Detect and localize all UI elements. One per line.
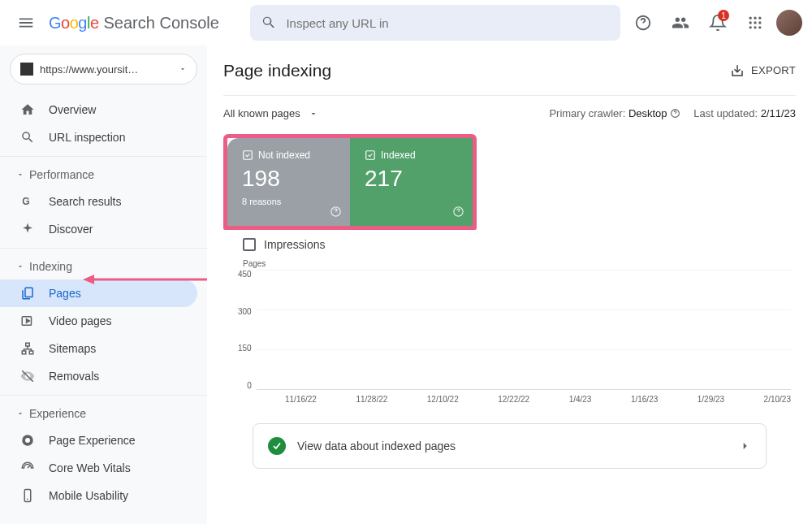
nav-url-inspection[interactable]: URL inspection — [0, 123, 197, 151]
impressions-checkbox[interactable] — [243, 238, 256, 251]
nav-indexing-heading[interactable]: Indexing — [0, 253, 207, 279]
circle-icon — [19, 432, 36, 448]
svg-point-7 — [749, 26, 752, 28]
indexed-card[interactable]: Indexed 217 — [350, 138, 473, 226]
help-icon[interactable] — [670, 108, 680, 119]
view-data-label: View data about indexed pages — [297, 440, 727, 453]
discover-icon — [19, 221, 36, 237]
svg-rect-22 — [244, 151, 253, 160]
not-indexed-reasons: 8 reasons — [242, 197, 335, 206]
search-input[interactable] — [286, 16, 609, 30]
nav-discover[interactable]: Discover — [0, 215, 197, 243]
nav-label: Search results — [49, 195, 121, 208]
impressions-label: Impressions — [264, 238, 325, 251]
product-name: Search Console — [104, 14, 219, 32]
nav-label: Video pages — [49, 314, 112, 327]
notifications-button[interactable]: 1 — [702, 6, 734, 39]
nav-search-results[interactable]: G Search results — [0, 188, 197, 215]
nav-pages[interactable]: Pages — [0, 279, 197, 307]
chevron-down-icon — [16, 262, 24, 271]
speed-icon — [19, 460, 36, 476]
search-icon — [19, 129, 36, 145]
svg-point-2 — [754, 17, 756, 19]
svg-text:G: G — [22, 196, 29, 207]
nav-mobile-usability[interactable]: Mobile Usability — [0, 482, 197, 509]
nav-label: Sitemaps — [49, 342, 96, 355]
nav-sitemaps[interactable]: Sitemaps — [0, 335, 197, 362]
svg-point-5 — [754, 21, 756, 24]
y-axis: 4503001500 — [238, 270, 257, 390]
nav-video-pages[interactable]: Video pages — [0, 307, 197, 335]
apps-button[interactable] — [739, 6, 771, 39]
svg-point-4 — [749, 21, 752, 24]
checkbox-checked-icon — [365, 149, 376, 161]
indexed-count: 217 — [365, 166, 458, 192]
nav-experience-heading[interactable]: Experience — [0, 401, 207, 427]
property-selector[interactable]: https://www.yoursit… — [10, 54, 197, 84]
index-summary-cards: Not indexed 198 8 reasons Indexed 217 — [223, 134, 477, 230]
page-title: Page indexing — [223, 61, 331, 80]
account-avatar[interactable] — [776, 10, 802, 36]
nav-label: Pages — [49, 287, 81, 300]
people-button[interactable] — [664, 6, 697, 39]
svg-point-3 — [758, 17, 761, 19]
video-icon — [19, 313, 36, 329]
chart-bars-area — [257, 270, 791, 390]
sidebar: https://www.yoursit… Overview URL inspec… — [0, 45, 207, 524]
svg-point-9 — [758, 26, 761, 28]
chevron-down-icon — [16, 409, 24, 418]
svg-point-17 — [25, 438, 30, 443]
chevron-down-icon — [309, 109, 318, 119]
download-icon — [730, 63, 745, 78]
chevron-down-icon — [16, 171, 24, 179]
check-circle-icon — [268, 437, 286, 455]
nav-page-experience[interactable]: Page Experience — [0, 427, 197, 454]
help-icon[interactable] — [452, 206, 464, 218]
indexing-chart: Pages 4503001500 11/16/2211/28/2212/10/2… — [223, 256, 796, 404]
nav-core-web-vitals[interactable]: Core Web Vitals — [0, 454, 197, 482]
view-indexed-data-card[interactable]: View data about indexed pages — [253, 423, 767, 469]
nav-label: Core Web Vitals — [49, 461, 131, 474]
nav-label: Page Experience — [49, 434, 136, 447]
nav-performance-heading[interactable]: Performance — [0, 162, 207, 188]
x-axis: 11/16/2211/28/2212/10/2212/22/221/4/231/… — [238, 390, 791, 404]
svg-rect-24 — [366, 151, 375, 160]
checkbox-checked-icon — [242, 149, 253, 161]
notification-badge: 1 — [718, 10, 729, 21]
nav-label: Discover — [49, 223, 93, 236]
svg-rect-13 — [26, 343, 30, 346]
not-indexed-count: 198 — [242, 166, 335, 192]
property-favicon — [20, 63, 33, 76]
nav-overview[interactable]: Overview — [0, 96, 197, 123]
sitemap-icon — [19, 340, 36, 357]
primary-crawler: Primary crawler: Desktop — [549, 107, 680, 119]
pages-icon — [19, 285, 36, 301]
home-icon — [19, 102, 36, 118]
nav-label: URL inspection — [49, 131, 125, 144]
last-updated: Last updated: 2/11/23 — [693, 107, 796, 119]
svg-rect-14 — [22, 351, 26, 354]
property-url: https://www.yoursit… — [40, 63, 172, 76]
search-icon — [261, 15, 277, 31]
google-logo[interactable]: Google Search Console — [49, 14, 219, 32]
export-button[interactable]: EXPORT — [730, 63, 796, 78]
menu-button[interactable] — [10, 6, 42, 39]
help-icon[interactable] — [330, 206, 342, 218]
help-button[interactable] — [627, 6, 659, 39]
chevron-right-icon — [738, 440, 751, 453]
main-content: Page indexing EXPORT All known pages Pri… — [207, 45, 812, 524]
svg-rect-15 — [29, 351, 33, 354]
not-indexed-card[interactable]: Not indexed 198 8 reasons — [227, 138, 350, 226]
google-g-icon: G — [19, 193, 36, 210]
nav-removals[interactable]: Removals — [0, 362, 197, 390]
page-filter[interactable]: All known pages — [223, 107, 318, 119]
chevron-down-icon — [179, 65, 187, 73]
svg-point-8 — [754, 26, 756, 28]
svg-point-1 — [749, 17, 752, 19]
mobile-icon — [19, 487, 36, 504]
chart-ylabel: Pages — [243, 259, 791, 268]
removals-icon — [19, 368, 36, 384]
url-inspect-search[interactable] — [250, 5, 620, 41]
svg-point-6 — [758, 21, 761, 24]
nav-label: Removals — [49, 370, 99, 383]
